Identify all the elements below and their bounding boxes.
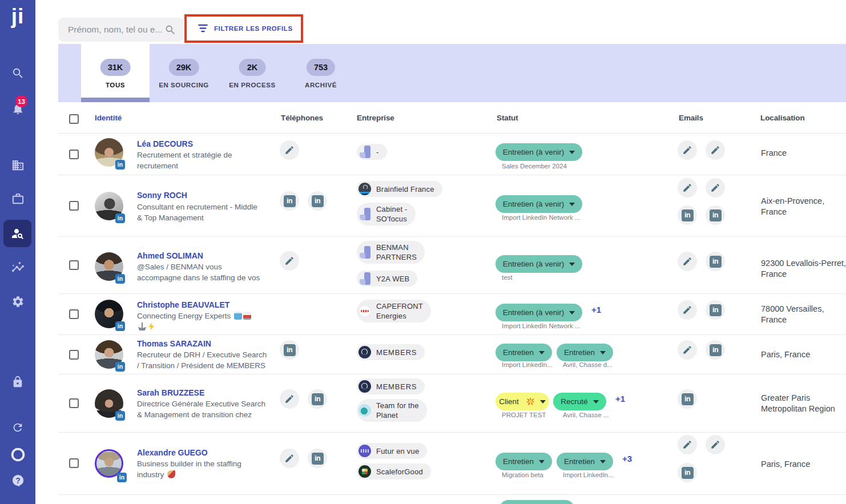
svg-text:?: ? [15,476,20,485]
